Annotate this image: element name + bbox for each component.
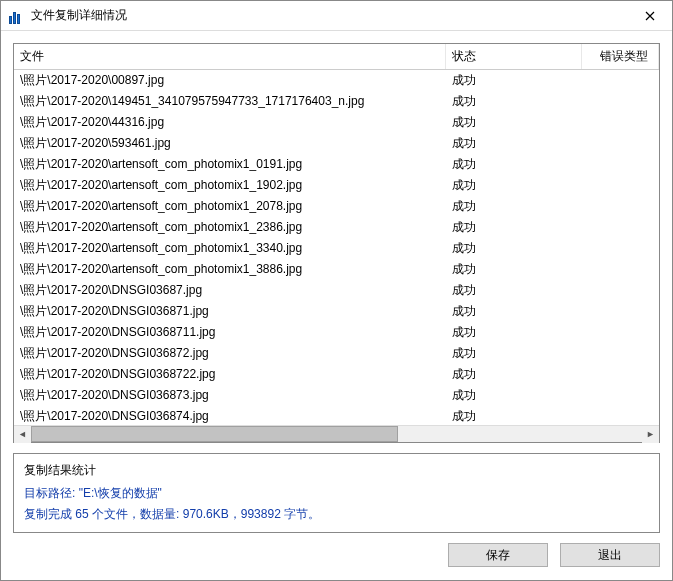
exit-button[interactable]: 退出	[560, 543, 660, 567]
table-row[interactable]: \照片\2017-2020\149451_341079575947733_171…	[14, 91, 659, 112]
col-header-file[interactable]: 文件	[14, 44, 446, 69]
cell-error	[582, 322, 659, 343]
col-header-error[interactable]: 错误类型	[582, 44, 659, 69]
table-row[interactable]: \照片\2017-2020\DNSGI0368722.jpg成功	[14, 364, 659, 385]
cell-status: 成功	[446, 70, 582, 91]
stats-panel: 复制结果统计 目标路径: "E:\恢复的数据" 复制完成 65 个文件，数据量:…	[13, 453, 660, 533]
stats-target-line: 目标路径: "E:\恢复的数据"	[24, 485, 649, 502]
table-row[interactable]: \照片\2017-2020\593461.jpg成功	[14, 133, 659, 154]
cell-status: 成功	[446, 301, 582, 322]
stats-summary-mid1: 个文件，数据量:	[89, 507, 183, 521]
cell-error	[582, 301, 659, 322]
stats-data-size: 970.6KB	[183, 507, 229, 521]
stats-title: 复制结果统计	[24, 462, 649, 479]
window-title: 文件复制详细情况	[31, 7, 627, 24]
cell-file: \照片\2017-2020\149451_341079575947733_171…	[14, 91, 446, 112]
cell-error	[582, 259, 659, 280]
scroll-left-button[interactable]: ◄	[14, 426, 31, 443]
cell-file: \照片\2017-2020\DNSGI036872.jpg	[14, 343, 446, 364]
horizontal-scrollbar[interactable]: ◄ ►	[14, 425, 659, 442]
cell-status: 成功	[446, 217, 582, 238]
cell-status: 成功	[446, 385, 582, 406]
stats-summary-line: 复制完成 65 个文件，数据量: 970.6KB，993892 字节。	[24, 506, 649, 523]
cell-file: \照片\2017-2020\DNSGI036873.jpg	[14, 385, 446, 406]
cell-file: \照片\2017-2020\artensoft_com_photomix1_19…	[14, 175, 446, 196]
table-row[interactable]: \照片\2017-2020\DNSGI036871.jpg成功	[14, 301, 659, 322]
cell-error	[582, 196, 659, 217]
cell-status: 成功	[446, 364, 582, 385]
scroll-track[interactable]	[31, 426, 642, 442]
cell-file: \照片\2017-2020\artensoft_com_photomix1_23…	[14, 217, 446, 238]
stats-byte-count: 993892	[241, 507, 281, 521]
cell-status: 成功	[446, 154, 582, 175]
cell-file: \照片\2017-2020\DNSGI036871.jpg	[14, 301, 446, 322]
cell-file: \照片\2017-2020\DNSGI036874.jpg	[14, 406, 446, 425]
cell-status: 成功	[446, 112, 582, 133]
cell-status: 成功	[446, 91, 582, 112]
close-icon	[645, 11, 655, 21]
table-row[interactable]: \照片\2017-2020\artensoft_com_photomix1_33…	[14, 238, 659, 259]
cell-error	[582, 175, 659, 196]
cell-error	[582, 280, 659, 301]
scroll-thumb[interactable]	[31, 426, 398, 442]
cell-file: \照片\2017-2020\44316.jpg	[14, 112, 446, 133]
footer-buttons: 保存 退出	[1, 533, 672, 577]
table-row[interactable]: \照片\2017-2020\artensoft_com_photomix1_38…	[14, 259, 659, 280]
table-row[interactable]: \照片\2017-2020\artensoft_com_photomix1_23…	[14, 217, 659, 238]
cell-error	[582, 91, 659, 112]
cell-file: \照片\2017-2020\DNSGI0368711.jpg	[14, 322, 446, 343]
stats-summary-sep: ，	[229, 507, 241, 521]
cell-file: \照片\2017-2020\DNSGI03687.jpg	[14, 280, 446, 301]
cell-status: 成功	[446, 280, 582, 301]
cell-error	[582, 70, 659, 91]
cell-error	[582, 154, 659, 175]
close-button[interactable]	[627, 1, 672, 30]
table-row[interactable]: \照片\2017-2020\00897.jpg成功	[14, 70, 659, 91]
scroll-right-button[interactable]: ►	[642, 426, 659, 443]
table-row[interactable]: \照片\2017-2020\artensoft_com_photomix1_19…	[14, 175, 659, 196]
cell-file: \照片\2017-2020\00897.jpg	[14, 70, 446, 91]
col-header-status[interactable]: 状态	[446, 44, 582, 69]
cell-file: \照片\2017-2020\DNSGI0368722.jpg	[14, 364, 446, 385]
cell-error	[582, 343, 659, 364]
cell-file: \照片\2017-2020\artensoft_com_photomix1_01…	[14, 154, 446, 175]
table-row[interactable]: \照片\2017-2020\artensoft_com_photomix1_20…	[14, 196, 659, 217]
cell-error	[582, 133, 659, 154]
file-copy-table: 文件 状态 错误类型 \照片\2017-2020\00897.jpg成功\照片\…	[13, 43, 660, 443]
app-icon	[9, 8, 25, 24]
cell-status: 成功	[446, 406, 582, 425]
titlebar: 文件复制详细情况	[1, 1, 672, 31]
cell-file: \照片\2017-2020\593461.jpg	[14, 133, 446, 154]
table-row[interactable]: \照片\2017-2020\DNSGI036873.jpg成功	[14, 385, 659, 406]
cell-file: \照片\2017-2020\artensoft_com_photomix1_20…	[14, 196, 446, 217]
cell-file: \照片\2017-2020\artensoft_com_photomix1_38…	[14, 259, 446, 280]
table-header: 文件 状态 错误类型	[14, 44, 659, 70]
cell-status: 成功	[446, 259, 582, 280]
table-row[interactable]: \照片\2017-2020\DNSGI036872.jpg成功	[14, 343, 659, 364]
cell-status: 成功	[446, 133, 582, 154]
table-body[interactable]: \照片\2017-2020\00897.jpg成功\照片\2017-2020\1…	[14, 70, 659, 425]
stats-file-count: 65	[75, 507, 88, 521]
table-row[interactable]: \照片\2017-2020\DNSGI03687.jpg成功	[14, 280, 659, 301]
stats-target-label: 目标路径:	[24, 486, 79, 500]
table-row[interactable]: \照片\2017-2020\44316.jpg成功	[14, 112, 659, 133]
table-row[interactable]: \照片\2017-2020\DNSGI0368711.jpg成功	[14, 322, 659, 343]
cell-status: 成功	[446, 238, 582, 259]
save-button[interactable]: 保存	[448, 543, 548, 567]
cell-error	[582, 112, 659, 133]
table-row[interactable]: \照片\2017-2020\DNSGI036874.jpg成功	[14, 406, 659, 425]
cell-error	[582, 238, 659, 259]
cell-status: 成功	[446, 343, 582, 364]
cell-error	[582, 217, 659, 238]
stats-summary-prefix: 复制完成	[24, 507, 75, 521]
table-row[interactable]: \照片\2017-2020\artensoft_com_photomix1_01…	[14, 154, 659, 175]
cell-status: 成功	[446, 322, 582, 343]
cell-error	[582, 406, 659, 425]
cell-error	[582, 385, 659, 406]
cell-status: 成功	[446, 196, 582, 217]
cell-status: 成功	[446, 175, 582, 196]
stats-summary-suffix: 字节。	[281, 507, 320, 521]
cell-file: \照片\2017-2020\artensoft_com_photomix1_33…	[14, 238, 446, 259]
stats-target-path: "E:\恢复的数据"	[79, 486, 162, 500]
cell-error	[582, 364, 659, 385]
